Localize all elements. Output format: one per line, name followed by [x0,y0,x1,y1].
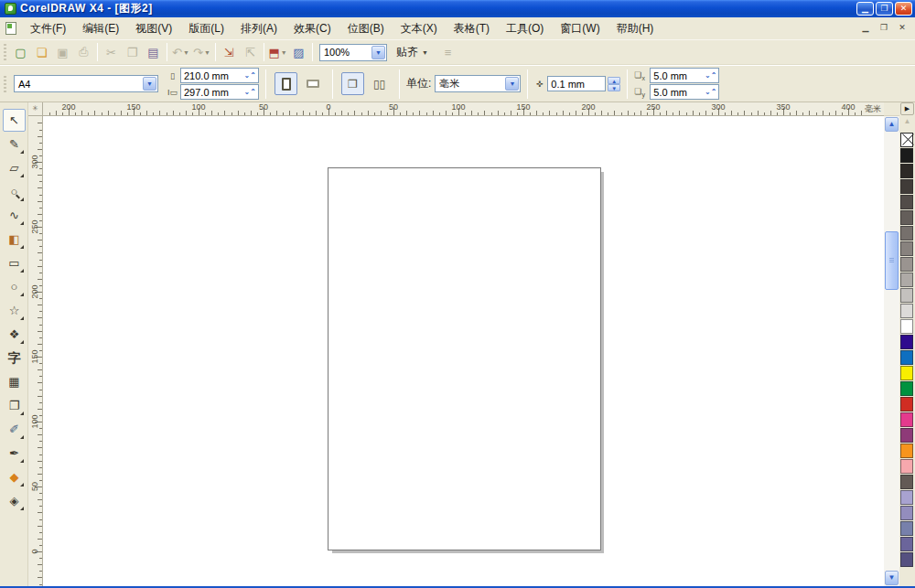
nudge-spinner[interactable]: ▲▼ [608,77,620,91]
spin-up-icon[interactable]: ▲ [608,77,620,84]
all-pages-button[interactable]: ❐ [341,72,364,95]
doc-close-button[interactable]: ✕ [895,21,910,35]
interactive-fill-tool[interactable]: ◈ [3,489,26,512]
duplicate-x-field[interactable]: 5.0 mm ⌄⌃ [650,68,719,83]
color-swatch-3[interactable] [900,195,913,209]
color-swatch-16[interactable] [900,397,913,412]
scroll-down-button[interactable]: ▼ [885,571,899,585]
menu-item-7[interactable]: 文本(X) [393,18,446,39]
table-tool[interactable]: ▦ [3,370,26,393]
paste-button[interactable]: ▤ [143,42,164,62]
units-combo[interactable]: 毫米 ▼ [435,75,521,92]
color-swatch-7[interactable] [900,257,913,272]
doc-restore-button[interactable]: ❐ [877,21,891,35]
spinner-arrows-icon[interactable]: ⌄⌃ [244,88,256,96]
page-a4[interactable] [328,167,601,551]
color-swatch-9[interactable] [900,288,913,303]
menu-item-4[interactable]: 排列(A) [232,18,285,39]
new-button[interactable]: ▢ [10,42,31,62]
drawing-canvas[interactable] [43,116,884,586]
no-color-swatch[interactable] [900,133,913,147]
import-button[interactable]: ⇲ [219,42,240,62]
smart-fill-tool[interactable]: ◧ [3,228,26,251]
color-swatch-18[interactable] [900,428,913,443]
menu-item-9[interactable]: 工具(O) [498,18,552,39]
color-swatch-25[interactable] [900,537,913,551]
menu-item-2[interactable]: 视图(V) [127,18,180,39]
color-swatch-19[interactable] [900,444,913,458]
landscape-button[interactable] [301,72,324,95]
menu-item-0[interactable]: 文件(F) [22,18,74,39]
color-swatch-22[interactable] [900,490,913,505]
color-swatch-1[interactable] [900,164,913,178]
color-swatch-5[interactable] [900,226,913,241]
menu-item-11[interactable]: 帮助(H) [608,18,662,39]
basic-shapes-tool[interactable]: ❖ [3,323,26,346]
spinner-arrows-icon[interactable]: ⌄⌃ [705,88,716,96]
fill-tool[interactable]: ◆ [3,465,26,488]
eyedropper-tool[interactable]: ✐ [3,418,26,441]
current-page-button[interactable]: ▯▯ [368,72,391,95]
menu-item-6[interactable]: 位图(B) [339,18,393,39]
color-swatch-26[interactable] [900,552,913,567]
nudge-offset-field[interactable]: 0.1 mm [547,76,606,91]
scroll-up-button[interactable]: ▲ [885,117,899,132]
welcome-screen-button[interactable]: ▨ [288,42,309,62]
menu-item-3[interactable]: 版面(L) [180,18,232,39]
vertical-scrollbar[interactable]: ▲ ▼ [884,102,899,586]
menu-item-5[interactable]: 效果(C) [285,18,339,39]
color-swatch-6[interactable] [900,241,913,256]
propbar-grip[interactable] [4,76,6,92]
toolbar-grip[interactable] [4,44,6,60]
spinner-arrows-icon[interactable]: ⌄⌃ [705,71,716,80]
color-swatch-15[interactable] [900,381,913,396]
ellipse-tool[interactable]: ○ [3,275,26,298]
color-swatch-10[interactable] [900,304,913,318]
text-tool[interactable]: 字 [3,347,26,369]
spin-down-icon[interactable]: ▼ [608,84,620,91]
spinner-arrows-icon[interactable]: ⌄⌃ [244,71,256,80]
restore-button[interactable]: ❐ [876,2,893,16]
menu-item-1[interactable]: 编辑(E) [74,18,127,39]
close-button[interactable]: ✕ [895,2,912,16]
paper-type-combo[interactable]: A4 ▼ [14,75,158,92]
minimize-button[interactable]: ▁ [856,2,874,16]
zoom-tool[interactable]: ○ [3,180,26,203]
paper-width-field[interactable]: 210.0 mm ⌄⌃ [180,68,259,83]
vertical-ruler[interactable]: 300250200150100500 [28,116,43,586]
shape-tool[interactable]: ✎ [3,133,26,155]
color-swatch-20[interactable] [900,459,913,474]
crop-tool[interactable]: ▱ [3,156,26,179]
ruler-origin-corner[interactable]: ✳ [28,102,43,116]
palette-flyout-button[interactable]: ▶ [900,102,914,115]
color-swatch-23[interactable] [900,506,913,520]
zoom-level-combo[interactable]: 100% ▼ [319,44,387,61]
menu-item-10[interactable]: 窗口(W) [552,18,608,39]
color-swatch-21[interactable] [900,475,913,489]
rectangle-tool[interactable]: ▭ [3,251,26,274]
paper-height-field[interactable]: 297.0 mm ⌄⌃ [180,84,259,100]
color-swatch-0[interactable] [900,148,913,163]
color-swatch-2[interactable] [900,179,913,194]
color-swatch-14[interactable] [900,366,913,380]
duplicate-y-field[interactable]: 5.0 mm ⌄⌃ [650,84,719,100]
portrait-button[interactable] [274,72,297,95]
color-swatch-24[interactable] [900,521,913,536]
color-swatch-12[interactable] [900,335,913,349]
palette-scroll-up-icon[interactable]: ▲ [900,116,914,129]
interactive-blend-tool[interactable]: ❐ [3,394,26,417]
chevron-down-icon[interactable]: ▼ [143,77,156,91]
open-button[interactable]: ❏ [31,42,52,62]
polygon-tool[interactable]: ☆ [3,299,26,322]
color-swatch-4[interactable] [900,210,913,225]
menu-item-8[interactable]: 表格(T) [446,18,498,39]
color-swatch-13[interactable] [900,350,913,365]
app-launcher-button[interactable]: ⬒▼ [267,42,288,62]
color-swatch-17[interactable] [900,412,913,427]
pick-tool[interactable]: ↖ [3,109,26,132]
doc-minimize-button[interactable]: ▁ [858,21,873,35]
freehand-tool[interactable]: ∿ [3,204,26,227]
color-swatch-8[interactable] [900,273,913,287]
chevron-down-icon[interactable]: ▼ [505,77,519,91]
color-swatch-11[interactable] [900,319,913,334]
